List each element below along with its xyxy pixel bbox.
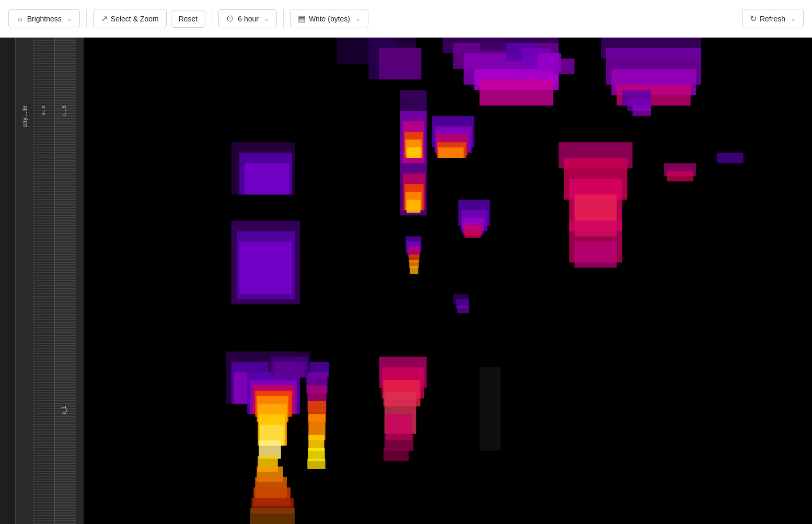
svg-rect-104 (274, 362, 306, 378)
time-range-dropdown[interactable]: ⏲ 6 hour ⌄ (218, 9, 277, 28)
svg-rect-82 (480, 367, 501, 451)
svg-rect-83 (374, 38, 390, 48)
svg-rect-8 (480, 79, 553, 106)
refresh-label: Refresh (760, 15, 785, 23)
refresh-icon: ↻ (750, 14, 757, 24)
heatmap-svg (84, 38, 812, 524)
brightness-dropdown[interactable]: ☼ Brightness ⌄ (8, 9, 80, 28)
separator-3 (283, 9, 284, 28)
brightness-chevron-icon: ⌄ (67, 15, 72, 22)
svg-rect-37 (667, 171, 693, 181)
svg-rect-81 (384, 448, 409, 461)
svg-rect-23 (407, 200, 420, 213)
svg-rect-29 (239, 241, 292, 294)
svg-rect-38 (717, 153, 744, 163)
time-chevron-icon: ⌄ (264, 15, 269, 22)
clock-icon: ⏲ (226, 14, 235, 24)
svg-rect-0 (84, 38, 812, 524)
label-s-x: s...x (40, 106, 46, 115)
separator-1 (86, 9, 87, 28)
time-range-label: 6 hour (238, 15, 259, 23)
select-zoom-icon: ↗ (101, 14, 108, 24)
svg-rect-48 (465, 228, 480, 238)
sidebar-col-dark (0, 38, 16, 524)
svg-rect-74 (307, 459, 325, 469)
svg-rect-101 (457, 306, 469, 313)
label-r6: r....6 (61, 106, 67, 115)
label-k1: k_1 (61, 406, 67, 414)
toolbar: ☼ Brightness ⌄ ↗ Select & Zoom Reset ⏲ 6… (0, 0, 812, 38)
svg-rect-85 (480, 38, 506, 51)
select-zoom-label: Select & Zoom (111, 15, 159, 23)
separator-2 (212, 9, 212, 28)
svg-rect-98 (410, 266, 418, 274)
svg-rect-43 (438, 147, 463, 158)
reset-button[interactable]: Reset (171, 10, 206, 28)
brightness-icon: ☼ (16, 14, 24, 24)
sidebar-col-striped1: s...x (34, 38, 55, 524)
svg-rect-89 (553, 59, 574, 74)
svg-rect-60 (259, 440, 281, 459)
svg-rect-35 (574, 241, 617, 267)
sidebar-col-striped2: r....6 k_1 (55, 38, 76, 524)
main-area: pay....ite s...x r....6 k_1 (0, 38, 812, 524)
metric-label: Write (bytes) (309, 15, 350, 23)
svg-rect-18 (407, 147, 421, 158)
svg-rect-3 (379, 48, 422, 79)
brightness-label: Brightness (27, 15, 62, 23)
heatmap-area[interactable] (84, 38, 812, 524)
select-zoom-button[interactable]: ↗ Select & Zoom (93, 9, 167, 28)
svg-rect-66 (250, 508, 295, 524)
metric-icon: ▤ (298, 14, 306, 24)
refresh-chevron-icon: ⌄ (791, 15, 796, 22)
reset-label: Reset (179, 15, 198, 23)
label-pay-ite: pay....ite (21, 106, 28, 127)
metric-chevron-icon: ⌄ (355, 15, 361, 22)
sidebar: pay....ite s...x r....6 k_1 (0, 38, 84, 524)
svg-rect-92 (633, 106, 651, 116)
metric-dropdown[interactable]: ▤ Write (bytes) ⌄ (290, 9, 368, 28)
svg-rect-26 (245, 163, 289, 194)
svg-rect-84 (395, 38, 416, 45)
refresh-dropdown[interactable]: ↻ Refresh ⌄ (742, 9, 804, 28)
sidebar-col-pay: pay....ite (16, 38, 34, 524)
